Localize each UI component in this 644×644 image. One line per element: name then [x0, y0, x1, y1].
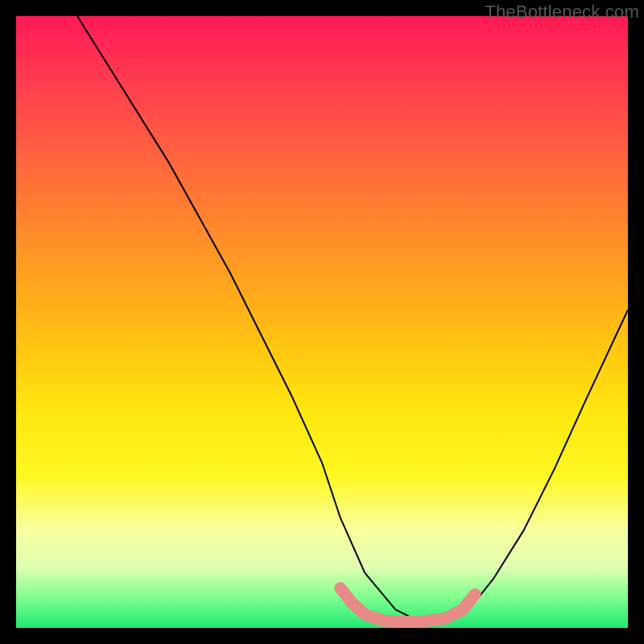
bottleneck-chart — [16, 16, 628, 628]
optimal-range-highlight — [341, 588, 475, 622]
chart-svg — [16, 16, 628, 628]
watermark-text: TheBottleneck.com — [485, 2, 639, 23]
performance-curve — [77, 16, 628, 621]
